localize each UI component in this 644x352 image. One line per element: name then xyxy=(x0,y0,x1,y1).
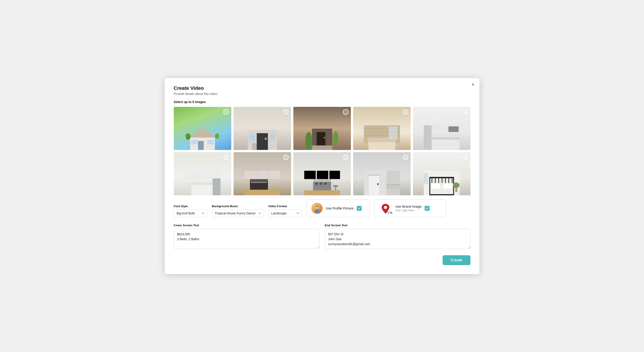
svg-rect-11 xyxy=(264,138,267,140)
svg-rect-87 xyxy=(432,184,440,188)
svg-rect-81 xyxy=(438,177,439,183)
image-cell-4[interactable] xyxy=(353,107,411,150)
svg-rect-41 xyxy=(197,171,208,178)
svg-rect-80 xyxy=(435,177,436,183)
svg-point-60 xyxy=(324,182,327,185)
close-button[interactable]: × xyxy=(472,82,474,87)
svg-rect-46 xyxy=(257,171,268,179)
image-cell-9[interactable] xyxy=(353,152,411,195)
controls-row: Font Style Big And Bold Classic Modern E… xyxy=(174,199,470,217)
video-format-group: Video Format Landscape Portrait Square xyxy=(268,204,302,217)
svg-rect-14 xyxy=(252,143,257,150)
svg-rect-38 xyxy=(191,183,214,185)
svg-rect-17 xyxy=(317,133,325,145)
create-video-modal: × Create Video Provide details about thi… xyxy=(165,78,480,274)
image-cell-1[interactable] xyxy=(174,107,231,150)
video-format-label: Video Format xyxy=(268,204,302,208)
svg-rect-79 xyxy=(432,177,432,183)
background-music-select[interactable]: Tropical House Funny Dance Upbeat Pop Ci… xyxy=(212,209,264,217)
brand-logo: COMPANY xyxy=(379,203,392,214)
image-select-3[interactable] xyxy=(343,109,349,115)
background-music-label: Background Music xyxy=(212,204,264,208)
svg-point-59 xyxy=(320,182,322,185)
svg-rect-6 xyxy=(188,137,188,140)
brand-image-checkbox[interactable] xyxy=(424,206,430,211)
svg-rect-61 xyxy=(333,185,338,187)
svg-rect-4 xyxy=(208,140,214,144)
svg-rect-42 xyxy=(209,171,220,178)
svg-rect-89 xyxy=(424,173,428,184)
image-grid xyxy=(174,107,470,195)
svg-rect-82 xyxy=(442,177,442,183)
font-style-group: Font Style Big And Bold Classic Modern E… xyxy=(174,204,208,217)
background-music-group: Background Music Tropical House Funny Da… xyxy=(212,204,264,217)
text-areas-row: Cover Screen Text $624,000 3 Beds, 2 Bat… xyxy=(174,224,470,249)
svg-rect-28 xyxy=(389,126,398,139)
image-cell-7[interactable] xyxy=(234,152,291,195)
image-cell-10[interactable] xyxy=(413,152,470,195)
image-select-4[interactable] xyxy=(402,109,408,115)
end-screen-textarea[interactable]: 907 Elm St John Doe sunnyvacationsllc@gm… xyxy=(325,229,470,249)
svg-rect-47 xyxy=(270,171,280,179)
profile-picture-checkbox[interactable] xyxy=(357,206,362,211)
image-select-2[interactable] xyxy=(283,109,289,115)
image-cell-2[interactable] xyxy=(234,107,291,150)
cover-screen-label: Cover Screen Text xyxy=(174,224,320,227)
svg-rect-35 xyxy=(424,125,432,150)
svg-rect-55 xyxy=(329,171,340,179)
svg-rect-50 xyxy=(250,179,268,182)
image-select-7[interactable] xyxy=(283,155,289,160)
video-format-select[interactable]: Landscape Portrait Square xyxy=(268,209,302,217)
svg-rect-36 xyxy=(448,126,458,132)
modal-subtitle: Provide details about this video. xyxy=(174,92,470,96)
image-cell-3[interactable] xyxy=(293,107,351,150)
cover-screen-textarea[interactable]: $624,000 3 Beds, 2 Baths xyxy=(174,229,320,249)
svg-rect-85 xyxy=(452,177,452,183)
svg-rect-56 xyxy=(313,179,331,182)
svg-rect-53 xyxy=(304,171,316,179)
image-section-label: Select up to 5 images xyxy=(174,100,470,104)
svg-point-20 xyxy=(333,131,338,147)
svg-marker-1 xyxy=(189,128,216,138)
image-select-6[interactable] xyxy=(223,155,229,160)
svg-rect-2 xyxy=(198,141,204,150)
svg-rect-40 xyxy=(184,171,196,178)
font-style-select[interactable]: Big And Bold Classic Modern Elegant xyxy=(174,209,208,217)
font-style-label: Font Style xyxy=(174,204,208,208)
svg-rect-88 xyxy=(443,184,452,188)
create-button[interactable]: Create xyxy=(442,255,470,265)
svg-rect-78 xyxy=(429,194,454,195)
svg-rect-76 xyxy=(429,177,430,195)
profile-picture-label: Use Profile Picture xyxy=(326,206,354,210)
brand-image-label: Use Brand Image xyxy=(396,204,422,208)
svg-rect-67 xyxy=(386,171,400,195)
image-select-1[interactable] xyxy=(223,109,229,115)
svg-rect-54 xyxy=(317,171,328,179)
svg-rect-84 xyxy=(448,177,449,183)
image-select-5[interactable] xyxy=(462,109,468,115)
svg-point-7 xyxy=(215,133,220,139)
svg-rect-70 xyxy=(386,189,400,191)
modal-title: Create Video xyxy=(174,85,470,91)
svg-point-72 xyxy=(377,183,378,185)
image-select-8[interactable] xyxy=(343,155,349,160)
svg-rect-45 xyxy=(244,171,256,179)
svg-rect-43 xyxy=(213,178,220,195)
profile-picture-card: Use Profile Picture xyxy=(306,199,370,217)
svg-point-97 xyxy=(384,206,387,209)
end-screen-group: End Screen Text 907 Elm St John Doe sunn… xyxy=(325,224,470,249)
image-select-10[interactable] xyxy=(462,155,468,160)
svg-rect-69 xyxy=(386,187,400,188)
svg-point-58 xyxy=(315,182,318,185)
svg-rect-37 xyxy=(191,184,214,195)
end-screen-label: End Screen Text xyxy=(325,224,470,227)
image-select-9[interactable] xyxy=(402,155,408,160)
image-cell-8[interactable] xyxy=(293,152,351,195)
svg-rect-12 xyxy=(250,134,255,141)
svg-rect-71 xyxy=(368,175,380,176)
image-cell-5[interactable] xyxy=(413,107,470,150)
svg-rect-10 xyxy=(257,134,268,150)
svg-rect-31 xyxy=(436,125,447,134)
svg-rect-21 xyxy=(312,146,332,150)
image-cell-6[interactable] xyxy=(174,152,231,195)
